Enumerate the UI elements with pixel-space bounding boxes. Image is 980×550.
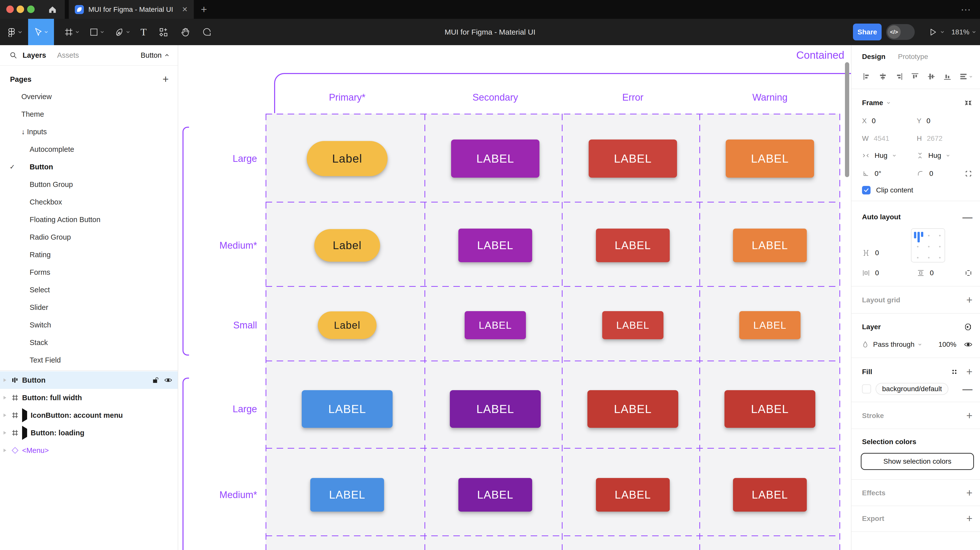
collapse-panel-icon[interactable] [964,99,972,107]
page-item-overview[interactable]: Overview [0,88,178,105]
vertical-padding-input[interactable]: 0 [917,269,972,277]
align-left-icon[interactable] [862,72,872,81]
search-icon[interactable] [10,51,17,59]
page-item-rating[interactable]: Rating [0,246,178,264]
present-button[interactable] [929,19,944,45]
layer-item-button-full-width[interactable]: Button: full width [0,389,178,407]
add-page-button[interactable]: + [162,73,169,85]
shape-tool-button[interactable] [85,19,108,45]
blend-mode-dropdown[interactable]: Pass through [873,340,922,348]
comment-tool-button[interactable] [197,19,216,45]
rotation-input[interactable]: 0° [862,170,917,178]
add-layout-grid-button[interactable]: + [966,294,972,306]
disclosure-chevron-icon[interactable] [3,413,6,417]
variant-button[interactable]: Label [318,312,377,339]
page-item-slider[interactable]: Slider [0,299,178,316]
tab-close-icon[interactable]: ✕ [182,5,188,14]
variant-button[interactable]: LABEL [602,311,663,339]
text-tool-button[interactable]: T [136,19,151,45]
minimize-window-button[interactable] [17,6,24,13]
distribute-icon[interactable] [959,72,972,81]
page-item-stack[interactable]: Stack [0,334,178,351]
add-stroke-button[interactable]: + [966,410,972,422]
instance-triangle-icon[interactable] [22,408,27,422]
align-right-icon[interactable] [894,72,904,81]
corner-radius-input[interactable]: 0 [917,170,972,178]
variant-button[interactable]: LABEL [587,390,678,428]
variant-button[interactable]: LABEL [596,229,670,262]
canvas[interactable]: Contained Primary*SecondaryErrorWarning … [178,45,851,550]
hand-tool-button[interactable] [176,19,195,45]
home-button[interactable] [44,0,61,19]
variant-button[interactable]: LABEL [450,390,541,428]
layer-opacity-input[interactable]: 100% [938,340,956,348]
clip-content-row[interactable]: Clip content [862,183,972,197]
fill-row[interactable]: background/default — [862,382,972,396]
page-item-button-group[interactable]: Button Group [0,176,178,193]
align-top-icon[interactable] [910,72,920,81]
pen-tool-button[interactable] [110,19,135,45]
align-vertical-center-icon[interactable] [926,72,936,81]
new-tab-button[interactable]: + [201,0,207,19]
fill-color-swatch[interactable] [862,385,871,393]
independent-padding-icon[interactable] [964,269,972,277]
show-selection-colors-button[interactable]: Show selection colors [861,453,974,470]
actions-tool-button[interactable] [154,19,172,45]
height-input[interactable]: H2672 [917,135,972,143]
variant-button[interactable]: LABEL [302,390,393,428]
page-item-button[interactable]: ✓Button [0,158,178,176]
frame-tool-button[interactable] [60,19,84,45]
dev-mode-toggle[interactable]: </> [886,24,915,40]
disclosure-chevron-icon[interactable] [3,378,6,382]
move-tool-button[interactable] [28,19,54,45]
variant-button[interactable]: LABEL [733,478,807,512]
tab-assets[interactable]: Assets [57,51,79,59]
variant-button[interactable]: LABEL [596,478,670,512]
main-menu-button[interactable] [3,19,26,45]
page-item-select[interactable]: Select [0,281,178,299]
horizontal-padding-input[interactable]: 0 [862,269,917,277]
file-tab[interactable]: MUI for Figma - Material UI ✕ [69,0,194,19]
align-bottom-icon[interactable] [943,72,952,81]
variant-button[interactable]: LABEL [589,140,677,178]
horizontal-resizing-dropdown[interactable]: Hug [862,151,917,160]
width-input[interactable]: W4541 [862,135,917,143]
blend-mode-icon[interactable] [964,323,972,331]
remove-auto-layout-button[interactable]: — [963,211,972,223]
x-input[interactable]: X0 [862,117,917,125]
disclosure-chevron-icon[interactable] [3,396,6,399]
layer-item-button-loading[interactable]: Button: loading [0,424,178,442]
page-item-floating-action-button[interactable]: Floating Action Button [0,211,178,228]
page-item-text-field[interactable]: Text Field [0,351,178,369]
variant-button[interactable]: Label [307,141,388,176]
page-selector-dropdown[interactable]: Button [141,51,169,59]
layer-item-iconbutton-account-menu[interactable]: IconButton: account menu [0,407,178,424]
variant-button[interactable]: LABEL [465,311,526,339]
fill-token-chip[interactable]: background/default [876,383,948,395]
add-export-button[interactable]: + [966,513,972,525]
page-item-radio-group[interactable]: Radio Group [0,228,178,246]
page-item-inputs[interactable]: ↓ Inputs [0,123,178,140]
eye-icon[interactable] [164,377,172,383]
variant-button[interactable]: LABEL [726,140,814,178]
disclosure-chevron-icon[interactable] [3,431,6,435]
variant-button[interactable]: Label [314,229,380,262]
zoom-window-button[interactable] [27,6,35,13]
page-item-theme[interactable]: Theme [0,105,178,123]
add-effect-button[interactable]: + [966,487,972,499]
page-item-checkbox[interactable]: Checkbox [0,193,178,211]
variant-button[interactable]: LABEL [458,478,532,512]
vertical-resizing-dropdown[interactable]: Hug [917,151,972,160]
frame-title[interactable]: Contained [796,49,844,61]
align-horizontal-center-icon[interactable] [878,72,888,81]
window-more-icon[interactable]: ⋯ [961,0,972,19]
zoom-level-dropdown[interactable]: 181% [951,19,976,45]
variant-button[interactable]: LABEL [451,140,539,178]
y-input[interactable]: Y0 [917,117,972,125]
instance-triangle-icon[interactable] [22,426,27,440]
canvas-scrollbar[interactable] [845,62,849,177]
variant-button[interactable]: LABEL [739,311,800,339]
layer-visibility-eye-icon[interactable] [964,341,972,348]
page-item-autocomplete[interactable]: Autocomplete [0,140,178,158]
layer-item--menu-[interactable]: <Menu> [0,442,178,459]
